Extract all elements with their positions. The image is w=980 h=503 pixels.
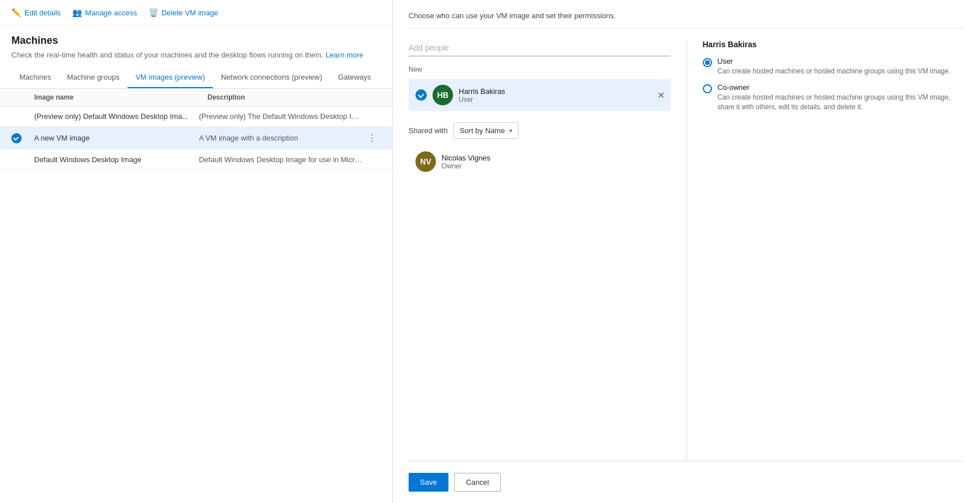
chevron-down-icon: ▾ [509,127,512,134]
tab-machines[interactable]: Machines [11,67,59,88]
add-people-input[interactable] [409,40,670,56]
row-checkbox-2[interactable] [11,133,34,143]
table-row[interactable]: A new VM image A VM image with a descrip… [0,127,392,150]
footer-buttons: Save Cancel [409,461,964,492]
shared-with-row: Shared with Sort by Name ▾ [409,122,670,139]
sort-dropdown[interactable]: Sort by Name ▾ [454,122,518,139]
row-desc-3: Default Windows Desktop Image for use in… [199,155,364,164]
new-user-name: Harris Bakiras [459,87,664,96]
toolbar: ✏️ Edit details 👥 Manage access 🗑️ Delet… [0,0,392,26]
header-description: Description [208,93,381,101]
radio-coowner-content: Co-owner Can create hosted machines or h… [718,83,965,112]
row-name-1: (Preview only) Default Windows Desktop I… [34,112,199,121]
table-row[interactable]: (Preview only) Default Windows Desktop I… [0,106,392,127]
full-right-content: New HB Harris Bakiras User ✕ Shared with… [409,40,964,492]
people-icon: 👥 [72,8,82,17]
radio-user-content: User Can create hosted machines or hoste… [718,57,951,76]
new-user-item[interactable]: HB Harris Bakiras User ✕ [409,79,670,111]
left-panel: ✏️ Edit details 👥 Manage access 🗑️ Delet… [0,0,393,503]
learn-more-link[interactable]: Learn more [326,51,363,59]
radio-user-label: User [718,57,951,65]
header-image-name: Image name [34,93,208,101]
row-name-2: A new VM image [34,134,199,142]
avatar-hb: HB [433,85,453,105]
radio-user-circle[interactable] [703,58,712,67]
tab-network-connections[interactable]: Network connections (preview) [213,67,330,88]
new-user-info: Harris Bakiras User [459,87,664,104]
shared-user-item[interactable]: NV Nicolas Vignes Owner [409,146,670,178]
delete-icon: 🗑️ [149,8,158,17]
sort-label: Sort by Name [460,126,505,135]
shared-user-info: Nicolas Vignes Owner [442,154,664,170]
panel-instructions: Choose who can use your VM image and set… [409,11,964,28]
share-left: New HB Harris Bakiras User ✕ Shared with… [409,40,687,461]
radio-coowner-desc: Can create hosted machines or hosted mac… [718,93,965,112]
radio-coowner-circle[interactable] [703,84,712,93]
radio-item-user[interactable]: User Can create hosted machines or hoste… [703,57,965,76]
page-title: Machines [11,35,381,47]
page-header: Machines Check the real-time health and … [0,26,392,60]
row-name-3: Default Windows Desktop Image [34,155,199,164]
row-desc-1: (Preview only) The Default Windows Deskt… [199,112,364,121]
row-actions-2[interactable]: ⋮ [364,133,381,143]
row-desc-2: A VM image with a description [199,134,364,142]
selected-check-icon [415,89,427,101]
tab-gateways[interactable]: Gateways [330,67,379,88]
permission-panel: Harris Bakiras User Can create hosted ma… [687,40,965,461]
new-section-label: New [409,65,670,73]
radio-item-coowner[interactable]: Co-owner Can create hosted machines or h… [703,83,965,112]
delete-vm-button[interactable]: 🗑️ Delete VM image [149,8,219,17]
avatar-nv: NV [415,151,436,172]
right-panel: Choose who can use your VM image and set… [393,0,980,503]
shared-user-name: Nicolas Vignes [442,154,664,162]
shared-user-role: Owner [442,162,664,170]
tab-machine-groups[interactable]: Machine groups [59,67,128,88]
radio-group: User Can create hosted machines or hoste… [703,57,965,112]
header-checkbox-col [11,93,34,101]
save-button[interactable]: Save [409,473,448,492]
page-subtitle: Check the real-time health and status of… [11,50,381,60]
edit-details-button[interactable]: ✏️ Edit details [11,8,61,17]
close-user-icon[interactable]: ✕ [657,90,665,101]
table-header: Image name Description [0,89,392,106]
table-body: (Preview only) Default Windows Desktop I… [0,106,392,503]
share-content: New HB Harris Bakiras User ✕ Shared with… [409,40,964,461]
cancel-button[interactable]: Cancel [454,473,501,492]
table-row[interactable]: Default Windows Desktop Image Default Wi… [0,150,392,170]
new-user-role: User [459,96,664,104]
manage-access-button[interactable]: 👥 Manage access [72,8,137,17]
radio-coowner-label: Co-owner [718,83,965,92]
more-options-icon[interactable]: ⋮ [368,133,377,143]
nav-tabs: Machines Machine groups VM images (previ… [0,67,392,89]
shared-with-label: Shared with [409,126,448,135]
tab-vm-images[interactable]: VM images (preview) [127,67,213,88]
radio-user-desc: Can create hosted machines or hosted mac… [718,67,951,76]
edit-icon: ✏️ [11,8,21,17]
permission-user-name: Harris Bakiras [703,40,965,49]
checkbox-checked-icon [11,133,22,143]
